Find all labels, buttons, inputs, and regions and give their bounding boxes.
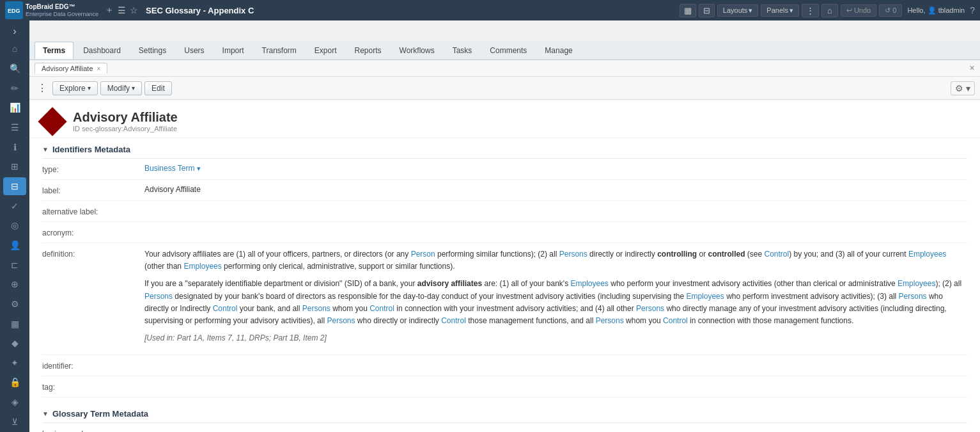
glossary-section: ▼ Glossary Term Metadata business rule: bbox=[29, 403, 980, 432]
glossary-section-title: Glossary Term Metadata bbox=[52, 409, 148, 419]
sidebar-icon-users[interactable]: 👤 bbox=[3, 236, 26, 255]
sidebar-icon-globe[interactable]: ◎ bbox=[3, 216, 26, 235]
tab-manage[interactable]: Manage bbox=[536, 42, 580, 59]
plus-icon[interactable]: ＋ bbox=[105, 4, 114, 16]
tab-comments[interactable]: Comments bbox=[481, 42, 535, 59]
sidebar-icon-settings[interactable]: ⚙ bbox=[3, 295, 26, 314]
undo-btn[interactable]: ↩ Undo bbox=[841, 4, 876, 17]
modify-btn[interactable]: Modify ▾ bbox=[100, 81, 142, 95]
layouts-btn[interactable]: Layouts ▾ bbox=[717, 4, 759, 17]
person-link-1[interactable]: Person bbox=[411, 250, 435, 259]
tab-dashboard[interactable]: Dashboard bbox=[75, 42, 129, 59]
sidebar-icon-grid[interactable]: ⊟ bbox=[3, 177, 26, 196]
identifier-row: identifier: bbox=[42, 355, 967, 376]
sidebar-icon-chart[interactable]: 📊 bbox=[3, 99, 26, 117]
persons-link-5[interactable]: Persons bbox=[636, 304, 664, 313]
control-link-5[interactable]: Control bbox=[663, 316, 688, 325]
explore-btn[interactable]: Explore ▾ bbox=[52, 81, 98, 95]
glossary-section-header[interactable]: ▼ Glossary Term Metadata bbox=[42, 403, 967, 423]
content-tab-close[interactable]: × bbox=[97, 65, 101, 72]
menu-icon[interactable]: ☰ bbox=[118, 5, 126, 15]
identifiers-section-header[interactable]: ▼ Identifiers Metadata bbox=[42, 138, 967, 159]
sidebar-icon-filter[interactable]: ⊏ bbox=[3, 255, 26, 274]
sidebar-icon-check[interactable]: ✓ bbox=[3, 196, 26, 215]
definition-para1: Your advisory affiliates are (1) all of … bbox=[144, 248, 967, 273]
control-link-1[interactable]: Control bbox=[765, 250, 789, 259]
alt-label-label: alternative label: bbox=[42, 206, 144, 216]
tab-settings[interactable]: Settings bbox=[130, 42, 175, 59]
sidebar-icon-layers[interactable]: ⊞ bbox=[3, 157, 26, 176]
svg-text:EDG: EDG bbox=[8, 8, 20, 14]
edit-btn[interactable]: Edit bbox=[144, 81, 172, 95]
persons-link-2[interactable]: Persons bbox=[144, 292, 173, 301]
business-rule-label: business rule: bbox=[42, 428, 144, 432]
tab-reports[interactable]: Reports bbox=[346, 42, 390, 59]
sidebar-icon-info[interactable]: ℹ bbox=[3, 138, 26, 156]
sidebar-collapse-arrow[interactable]: › bbox=[10, 23, 19, 40]
close-panel-btn[interactable]: ✕ bbox=[969, 64, 975, 72]
home-btn[interactable]: ⌂ bbox=[821, 4, 838, 17]
sidebar-icon-list[interactable]: ☰ bbox=[3, 118, 26, 137]
definition-value: Your advisory affiliates are (1) all of … bbox=[144, 248, 967, 349]
topbar-toolbar: ▦ ⊟ Layouts ▾ Panels ▾ ⋮ ⌂ ↩ Undo ↺ 0 He… bbox=[680, 4, 975, 17]
panels-btn[interactable]: Panels ▾ bbox=[761, 4, 799, 17]
persons-link-3[interactable]: Persons bbox=[899, 292, 927, 301]
sidebar-icon-zoom[interactable]: ⊕ bbox=[3, 275, 26, 294]
grid-view-btn[interactable]: ▦ bbox=[680, 4, 696, 17]
control-link-3[interactable]: Control bbox=[369, 304, 394, 313]
type-dropdown-arrow[interactable]: ▾ bbox=[197, 164, 201, 172]
employees-link-1[interactable]: Employees bbox=[908, 250, 946, 259]
identifiers-collapse-arrow: ▼ bbox=[42, 146, 49, 153]
control-link-2[interactable]: Control bbox=[213, 304, 238, 313]
persons-link-6[interactable]: Persons bbox=[327, 316, 355, 325]
type-label: type: bbox=[42, 164, 144, 174]
help-btn[interactable]: ? bbox=[970, 5, 975, 15]
star-icon[interactable]: ☆ bbox=[130, 5, 138, 15]
sidebar-icon-tag[interactable]: ◈ bbox=[3, 393, 26, 412]
sidebar-icon-home[interactable]: ⌂ bbox=[3, 40, 26, 58]
content-tab-advisory[interactable]: Advisory Affiliate × bbox=[35, 63, 107, 74]
sidebar-icon-search[interactable]: 🔍 bbox=[3, 60, 26, 78]
page-title: Advisory Affiliate bbox=[73, 110, 178, 125]
more-options-btn[interactable]: ⋮ bbox=[802, 4, 819, 17]
logo-title: TopBraid EDG™ bbox=[26, 3, 98, 11]
sidebar-icon-lock[interactable]: 🔒 bbox=[3, 373, 26, 392]
sidebar-icon-diamond[interactable]: ◆ bbox=[3, 334, 26, 353]
tab-terms[interactable]: Terms bbox=[35, 42, 74, 59]
persons-link-1[interactable]: Persons bbox=[559, 250, 587, 259]
label-label: label: bbox=[42, 185, 144, 195]
tab-transform[interactable]: Transform bbox=[254, 42, 305, 59]
logo-subtitle: Enterprise Data Governance bbox=[26, 11, 98, 17]
tab-users[interactable]: Users bbox=[176, 42, 212, 59]
tab-tasks[interactable]: Tasks bbox=[444, 42, 481, 59]
toolbar-gear-btn[interactable]: ⚙ ▾ bbox=[951, 81, 975, 95]
app-logo: EDG TopBraid EDG™ Enterprise Data Govern… bbox=[5, 1, 98, 19]
acronym-label: acronym: bbox=[42, 227, 144, 237]
persons-link-4[interactable]: Persons bbox=[302, 304, 331, 313]
employees-link-3[interactable]: Employees bbox=[571, 279, 609, 288]
sidebar-icon-sparkle[interactable]: ✦ bbox=[3, 354, 26, 372]
definition-para2: If you are a "separately identifiable de… bbox=[144, 278, 967, 327]
tab-export[interactable]: Export bbox=[306, 42, 345, 59]
identifier-label: identifier: bbox=[42, 360, 144, 371]
persons-link-7[interactable]: Persons bbox=[596, 316, 624, 325]
type-link[interactable]: Business Term bbox=[144, 164, 194, 173]
tab-import[interactable]: Import bbox=[214, 42, 253, 59]
tag-row: tag: bbox=[42, 376, 967, 397]
employees-link-2[interactable]: Employees bbox=[183, 262, 221, 271]
redo-btn[interactable]: ↺ 0 bbox=[879, 4, 902, 17]
employees-link-5[interactable]: Employees bbox=[686, 292, 724, 301]
logo-icon: EDG bbox=[5, 1, 23, 19]
tab-workflows[interactable]: Workflows bbox=[391, 42, 443, 59]
toolbar-menu-btn[interactable]: ⋮ bbox=[35, 81, 50, 95]
page-title-area: Advisory Affiliate ID sec-glossary:Advis… bbox=[73, 110, 178, 132]
sidebar-icon-edit[interactable]: ✏ bbox=[3, 79, 26, 97]
glossary-collapse-arrow: ▼ bbox=[42, 410, 49, 417]
label-row: label: Advisory Affiliate bbox=[42, 180, 967, 201]
sidebar-icon-expand[interactable]: ⊻ bbox=[3, 412, 26, 431]
stack-btn[interactable]: ⊟ bbox=[699, 4, 715, 17]
sidebar-icon-table[interactable]: ▦ bbox=[3, 314, 26, 333]
employees-link-4[interactable]: Employees bbox=[898, 279, 935, 288]
business-rule-row: business rule: bbox=[42, 423, 967, 432]
control-link-4[interactable]: Control bbox=[441, 316, 466, 325]
